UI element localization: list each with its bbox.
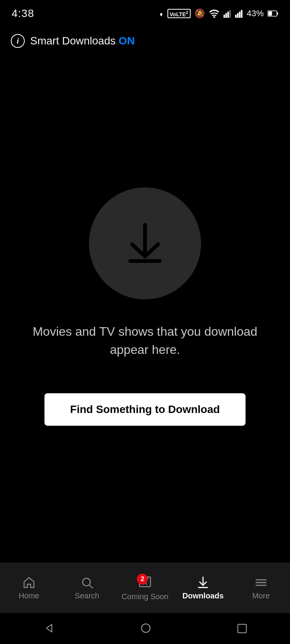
home-button[interactable] [136,619,155,639]
nav-label-more: More [252,591,270,600]
svg-rect-10 [277,12,278,15]
svg-rect-4 [229,10,231,18]
home-nav-icon [140,623,151,634]
battery-percent: 43% [247,8,264,19]
signal2-icon [235,9,243,18]
nav-item-more[interactable]: More [232,576,290,600]
smart-downloads-label: Smart Downloads ON [30,35,135,47]
signal1-icon [223,9,231,18]
info-icon-label: i [17,37,19,46]
more-icon [254,576,268,589]
download-empty-icon [89,187,201,299]
mute-icon: 🔕 [194,8,205,19]
svg-rect-1 [223,15,225,18]
svg-rect-11 [268,12,272,16]
system-nav [0,613,290,644]
svg-rect-2 [225,13,227,18]
recents-icon [237,624,247,633]
svg-rect-6 [237,13,239,18]
svg-rect-8 [241,10,242,18]
nav-item-home[interactable]: Home [0,576,58,600]
nav-label-downloads: Downloads [183,591,224,600]
info-icon[interactable]: i [11,34,25,48]
home-icon [22,576,36,589]
downloads-nav-icon [196,576,210,589]
back-button[interactable] [39,619,58,639]
wifi-icon [209,9,220,18]
svg-rect-7 [239,12,241,18]
status-icons: ⬧ VoLTE2 🔕 43% [159,8,278,19]
nav-item-downloads[interactable]: Downloads [174,576,232,600]
back-icon [43,623,54,634]
nav-label-home: Home [19,591,39,600]
status-bar: 4:38 ⬧ VoLTE2 🔕 43% [0,0,290,27]
recents-button[interactable] [234,620,251,637]
nav-item-coming-soon[interactable]: 2 Coming Soon [116,575,174,601]
empty-state-message: Movies and TV shows that you download ap… [15,323,275,359]
picture-in-picture-icon: ⬧ [159,9,164,18]
svg-marker-22 [46,624,52,632]
battery-icon [268,10,278,17]
bottom-nav: Home Search 2 Coming Soon Downloads [0,563,290,613]
find-download-button[interactable]: Find Something to Download [44,393,246,426]
nav-label-search: Search [75,591,99,600]
svg-rect-5 [235,15,237,18]
svg-rect-3 [227,12,229,18]
download-arrow-icon [122,220,168,267]
svg-line-15 [89,585,92,588]
main-content: Movies and TV shows that you download ap… [0,54,290,559]
smart-downloads-bar[interactable]: i Smart Downloads ON [0,27,290,55]
svg-point-0 [213,16,215,18]
svg-point-23 [142,624,150,632]
nav-item-search[interactable]: Search [58,576,116,600]
search-icon [80,576,94,589]
nav-label-coming-soon: Coming Soon [121,592,168,601]
status-time: 4:38 [12,7,34,20]
volte-icon: VoLTE2 [167,9,191,19]
